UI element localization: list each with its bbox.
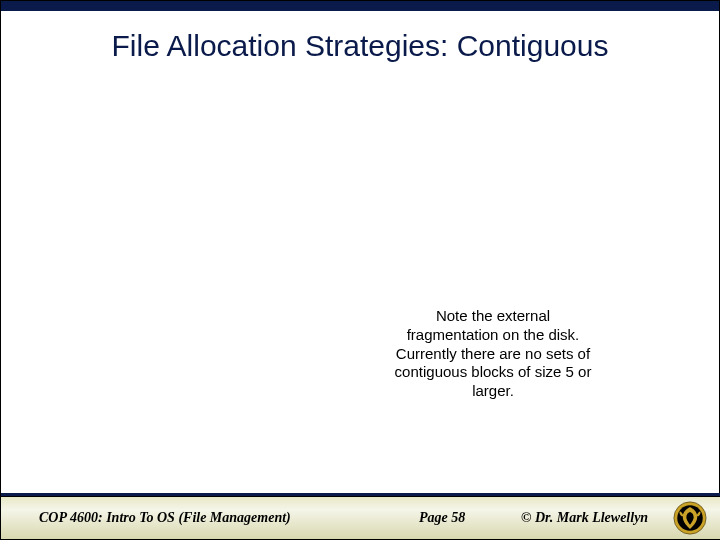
footer-author: © Dr. Mark Llewellyn [521, 510, 648, 526]
slide: File Allocation Strategies: Contiguous N… [0, 0, 720, 540]
footer-page: Page 58 [419, 510, 465, 526]
footer-course: COP 4600: Intro To OS (File Management) [39, 510, 291, 526]
footer: COP 4600: Intro To OS (File Management) … [1, 493, 720, 539]
ucf-pegasus-logo-icon [673, 501, 707, 535]
top-accent-bar [1, 1, 719, 11]
footer-background: COP 4600: Intro To OS (File Management) … [1, 497, 720, 539]
slide-title: File Allocation Strategies: Contiguous [1, 29, 719, 63]
note-text: Note the external fragmentation on the d… [393, 307, 593, 401]
